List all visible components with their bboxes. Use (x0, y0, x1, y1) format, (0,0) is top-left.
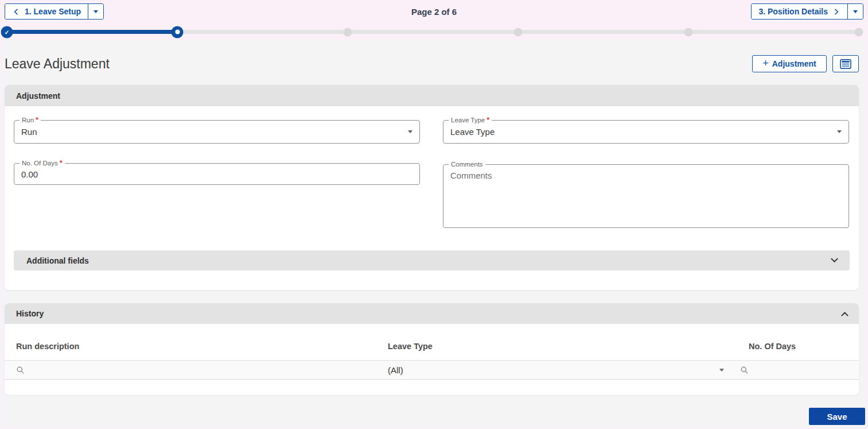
save-button[interactable]: Save (809, 408, 865, 425)
add-adjustment-label: Adjustment (772, 59, 816, 68)
next-step-label: 3. Position Details (758, 7, 828, 16)
no-of-days-label: No. Of Days (20, 159, 65, 167)
search-icon (16, 366, 25, 374)
header-actions: + Adjustment (752, 55, 859, 72)
no-of-days-input[interactable] (14, 164, 419, 184)
page-header: Leave Adjustment + Adjustment (5, 55, 859, 73)
list-view-button[interactable] (832, 55, 859, 72)
no-of-days-field: No. Of Days (14, 163, 420, 185)
no-of-days-filter[interactable] (730, 366, 859, 374)
step-dot-2 (172, 26, 184, 38)
leave-type-label: Leave Type (449, 116, 492, 124)
next-step-button[interactable]: 3. Position Details (752, 4, 847, 19)
caret-down-icon (719, 369, 724, 372)
adjustment-section-title: Adjustment (16, 91, 60, 101)
chevron-up-icon (841, 311, 848, 319)
history-table-header-row: Run description Leave Type No. Of Days (5, 324, 859, 361)
list-panel-icon (840, 59, 851, 69)
history-filter-row: (All) (5, 361, 859, 380)
chevron-right-icon (832, 7, 840, 16)
progress-track (6, 30, 861, 34)
leave-type-filter-dropdown[interactable]: (All) (383, 365, 730, 375)
wizard-top-bar: 1. Leave Setup Page 2 of 6 3. Position D… (0, 0, 868, 25)
leave-type-select[interactable]: Leave Type Leave Type (443, 120, 849, 144)
adjustment-section-header: Adjustment (5, 85, 859, 106)
page-title: Leave Adjustment (5, 56, 110, 72)
search-icon (740, 366, 749, 374)
run-value: Run (14, 127, 37, 137)
run-label: Run (20, 116, 41, 124)
comments-textarea[interactable] (443, 165, 848, 227)
leave-type-value: Leave Type (443, 127, 495, 137)
page-indicator: Page 2 of 6 (0, 7, 868, 17)
run-description-filter[interactable] (5, 366, 383, 374)
run-select[interactable]: Run Run (14, 120, 420, 144)
leave-type-filter-value: (All) (388, 365, 403, 375)
column-header-no-of-days[interactable]: No. Of Days (730, 342, 859, 351)
progress-fill (6, 30, 177, 34)
history-card: History Run description Leave Type No. O… (5, 303, 859, 395)
caret-down-icon (837, 130, 842, 133)
next-step-dropdown-button[interactable] (847, 4, 863, 19)
comments-field: Comments (443, 164, 849, 228)
step-dot-5 (684, 28, 693, 36)
comments-label: Comments (449, 160, 485, 168)
adjustment-card: Adjustment Run Run Leave Type Leave Type… (5, 85, 859, 290)
plus-icon: + (762, 58, 769, 68)
history-section-title: History (16, 309, 44, 318)
step-dot-3 (344, 28, 352, 36)
content-area: Leave Adjustment + Adjustment Adj (2, 40, 866, 427)
additional-fields-label: Additional fields (26, 256, 89, 265)
chevron-down-icon (831, 255, 838, 262)
caret-down-icon (408, 130, 412, 133)
history-section-header[interactable]: History (5, 303, 859, 324)
column-header-run-description[interactable]: Run description (5, 342, 383, 351)
step-dot-6 (855, 28, 863, 36)
column-header-leave-type[interactable]: Leave Type (383, 342, 730, 351)
next-step-button-group: 3. Position Details (751, 3, 863, 20)
step-dot-4 (514, 28, 523, 36)
add-adjustment-button[interactable]: + Adjustment (752, 55, 827, 72)
step-dot-1: ✓ (1, 26, 13, 38)
progress-bar: ✓ (0, 25, 868, 40)
additional-fields-header[interactable]: Additional fields (14, 250, 850, 270)
caret-down-icon (853, 10, 858, 13)
